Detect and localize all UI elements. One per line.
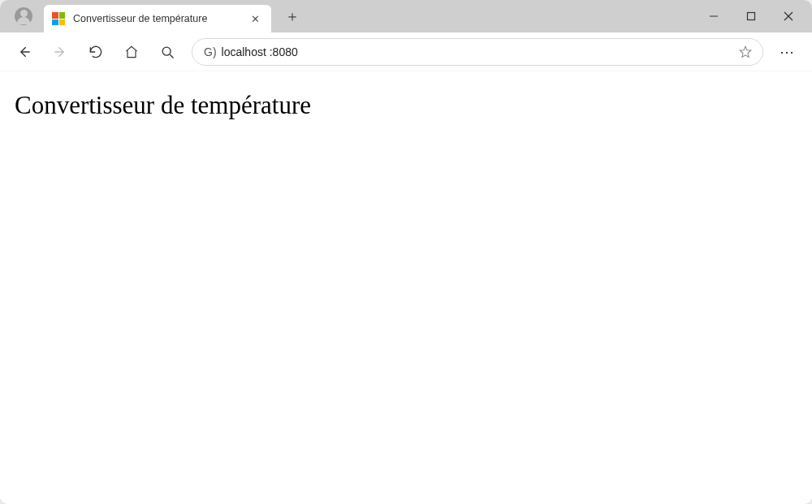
page-heading: Convertisseur de température	[15, 91, 797, 120]
toolbar: G) localhost :8080 ⋯	[0, 32, 812, 71]
home-button[interactable]	[115, 36, 148, 68]
minimize-button[interactable]	[695, 0, 732, 32]
close-tab-icon[interactable]: ✕	[248, 12, 261, 25]
svg-line-7	[170, 54, 173, 58]
menu-button[interactable]: ⋯	[771, 36, 804, 68]
window-controls	[695, 0, 807, 32]
browser-window: Convertisseur de température ✕ ＋	[0, 0, 812, 504]
addressbar-prefix: G)	[204, 45, 217, 58]
maximize-button[interactable]	[732, 0, 770, 32]
new-tab-button[interactable]: ＋	[279, 3, 305, 29]
refresh-button[interactable]	[80, 36, 112, 68]
profile-icon[interactable]	[15, 7, 32, 25]
addressbar-url[interactable]: localhost :8080	[222, 45, 736, 58]
favorite-icon[interactable]	[736, 45, 754, 59]
tab-title: Convertisseur de température	[73, 13, 239, 24]
close-window-button[interactable]	[770, 0, 807, 32]
back-button[interactable]	[8, 36, 41, 68]
forward-button	[44, 36, 76, 68]
ms-logo-icon	[52, 12, 65, 25]
svg-marker-8	[740, 46, 751, 57]
addressbar[interactable]: G) localhost :8080	[192, 38, 763, 66]
tab-active[interactable]: Convertisseur de température ✕	[44, 5, 271, 32]
search-button[interactable]	[151, 36, 184, 68]
svg-point-6	[162, 47, 171, 55]
page-content: Convertisseur de température	[0, 71, 812, 504]
titlebar: Convertisseur de température ✕ ＋	[0, 0, 812, 32]
svg-rect-1	[748, 13, 755, 20]
